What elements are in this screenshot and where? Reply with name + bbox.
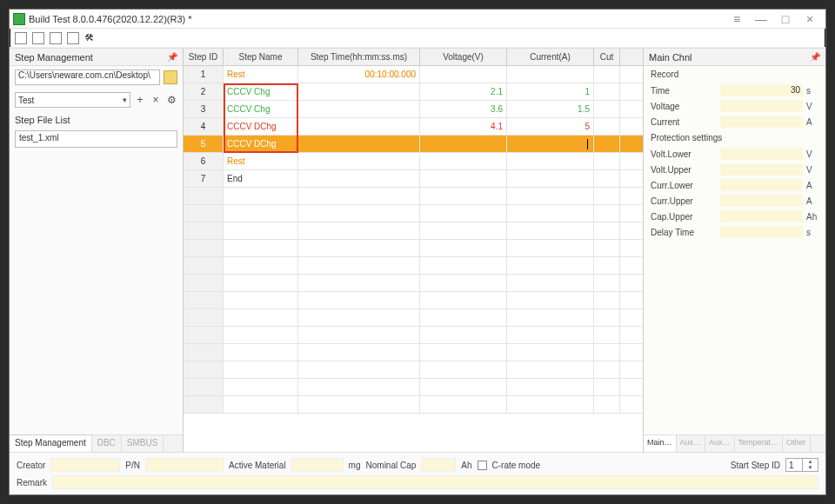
add-button[interactable]: + [134,94,146,106]
profile-combo[interactable]: Test ▾ [15,92,130,108]
cell-step-time[interactable] [298,170,420,187]
cell-step-name[interactable]: CCCV Chg [224,83,298,100]
table-row[interactable] [184,361,643,379]
tab-step-management[interactable]: Step Management [10,434,92,452]
tab-dbc[interactable]: DBC [92,435,122,452]
col-current[interactable]: Current(A) [507,49,594,65]
cell-current[interactable] [507,153,594,169]
cell-voltage[interactable] [420,136,507,152]
cell-voltage[interactable]: 2.1 [420,83,507,100]
cell-step-name[interactable]: Rest [224,153,298,169]
remark-input[interactable] [52,475,818,489]
cap-upper-input[interactable] [720,210,803,222]
table-row[interactable]: 1Rest00:10:00.000 [184,66,643,83]
cell-step-name[interactable]: End [224,170,298,187]
table-row[interactable] [184,396,643,414]
volt-upper-input[interactable] [720,163,803,176]
col-step-id[interactable]: Step ID [184,49,224,65]
table-row[interactable] [184,275,643,292]
tab-other[interactable]: Other [783,435,811,452]
voltage-input[interactable] [720,100,803,112]
curr-lower-input[interactable] [720,179,803,191]
table-row[interactable]: 5CCCV DChg [184,136,643,153]
table-row[interactable] [184,379,643,396]
volt-lower-input[interactable] [720,148,803,160]
cell-current[interactable] [507,170,594,187]
gear-icon[interactable]: ⚙ [165,94,177,106]
tools-icon[interactable]: 🛠 [84,32,97,44]
col-voltage[interactable]: Voltage(V) [420,49,507,65]
settings-icon[interactable]: ≡ [725,13,749,25]
table-row[interactable] [184,205,643,222]
tab-smbus[interactable]: SMBUS [122,435,164,452]
cell-step-time[interactable] [298,101,420,117]
save-all-icon[interactable] [67,32,79,44]
path-input[interactable]: C:\Users\neware.com.cn\Desktop\ [15,70,160,85]
tab-aux1[interactable]: Aux… [677,435,706,452]
tab-aux2[interactable]: Aux… [705,435,735,452]
cell-step-name[interactable]: CCCV DChg [224,118,298,135]
cell-step-name[interactable]: Rest [224,66,298,83]
table-row[interactable]: 4CCCV DChg4.15 [184,118,643,136]
nominal-cap-input[interactable] [421,458,456,472]
cell-step-time[interactable] [298,83,420,100]
table-row[interactable] [184,327,643,344]
new-file-icon[interactable] [15,32,27,44]
creator-input[interactable] [50,458,120,472]
table-row[interactable] [184,222,643,240]
delay-time-input[interactable] [720,226,803,238]
cell-current[interactable]: 1 [507,83,594,100]
cell-step-time[interactable] [298,118,420,135]
file-list-item[interactable]: test_1.xml [15,130,177,148]
current-input[interactable] [720,116,803,128]
maximize-button[interactable]: □ [773,13,798,25]
cell-cut[interactable] [594,118,620,135]
cell-cut[interactable] [594,136,620,152]
cell-current[interactable]: 1.5 [507,101,594,117]
cell-current[interactable] [507,66,594,83]
cell-step-time[interactable]: 00:10:00.000 [298,66,420,83]
cell-cut[interactable] [594,66,620,83]
save-icon[interactable] [50,32,62,44]
table-row[interactable]: 3CCCV Chg3.61.5 [184,101,643,118]
cell-cut[interactable] [594,153,620,169]
start-step-id-spinner[interactable]: 1 ▲▼ [785,458,818,472]
col-step-time[interactable]: Step Time(hh:mm:ss.ms) [298,49,420,65]
cell-step-name[interactable]: CCCV Chg [224,101,298,117]
cell-voltage[interactable] [420,66,507,83]
active-material-input[interactable] [291,458,344,472]
tab-main[interactable]: Main… [644,435,677,452]
cell-step-time[interactable] [298,136,420,152]
cell-cut[interactable] [594,170,620,187]
pn-input[interactable] [145,458,224,472]
table-row[interactable] [184,240,643,257]
time-input[interactable]: 30 [720,84,803,96]
cell-cut[interactable] [594,101,620,117]
cell-voltage[interactable]: 3.6 [420,101,507,117]
table-row[interactable] [184,188,643,205]
cell-voltage[interactable] [420,153,507,169]
table-row[interactable]: 6Rest [184,153,643,170]
close-button[interactable]: × [798,13,822,25]
col-step-name[interactable]: Step Name [224,49,298,65]
minimize-button[interactable]: — [749,13,773,25]
table-row[interactable]: 7End [184,170,643,188]
table-row[interactable] [184,292,643,309]
open-file-icon[interactable] [32,32,44,44]
table-row[interactable] [184,309,643,327]
table-row[interactable] [184,257,643,275]
col-cut[interactable]: Cut [594,49,620,65]
cell-cut[interactable] [594,83,620,100]
tab-temperature[interactable]: Temperat… [735,435,784,452]
table-row[interactable]: 2CCCV Chg2.11 [184,83,643,101]
pin-icon[interactable]: 📌 [810,52,820,62]
pin-icon[interactable]: 📌 [167,52,177,62]
cell-step-name[interactable]: CCCV DChg [224,136,298,152]
cell-voltage[interactable]: 4.1 [420,118,507,135]
grid-body[interactable]: 1Rest00:10:00.0002CCCV Chg2.113CCCV Chg3… [184,66,643,452]
cell-step-time[interactable] [298,153,420,169]
cell-current[interactable]: 5 [507,118,594,135]
browse-folder-icon[interactable] [164,70,177,84]
cell-current[interactable] [507,136,594,152]
crate-mode-checkbox[interactable] [478,461,487,470]
